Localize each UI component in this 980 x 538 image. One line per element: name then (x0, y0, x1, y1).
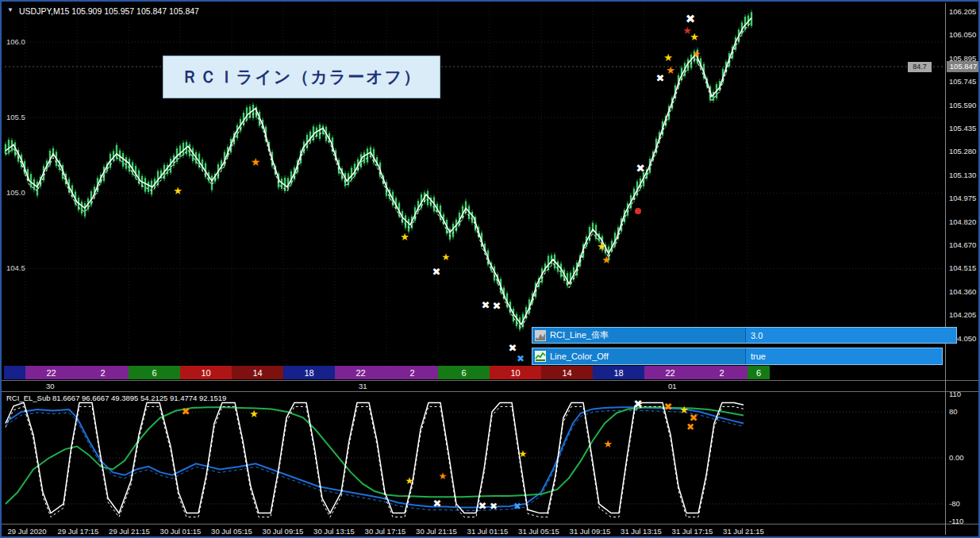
time-axis-label: 31 Jul 01:15 (467, 527, 509, 536)
session-segment: 18 (283, 366, 335, 379)
session-segment: 2 (386, 366, 438, 379)
marker-x-icon: ✖ (509, 342, 517, 354)
time-axis-label: 29 Jul 17:15 (58, 527, 99, 536)
date-sub-separator (2, 391, 978, 392)
time-axis-label: 31 Jul 05:15 (518, 527, 559, 536)
marker-star-icon: ★ (249, 408, 259, 420)
time-axis-label: 29 Jul 21:15 (109, 527, 150, 536)
marker-x-icon: ✖ (656, 72, 665, 84)
param-label: RCI_Line_倍率 (550, 329, 609, 341)
marker-star-icon: ★ (597, 240, 606, 252)
price-axis-label: 104.820 (949, 217, 976, 226)
time-axis-label: 29 Jul 2020 (7, 527, 46, 536)
session-segment: 14 (232, 366, 283, 379)
time-axis-label: 30 Jul 01:15 (160, 527, 202, 536)
session-segment: 2 (696, 366, 747, 379)
price-axis-label: 105.435 (949, 124, 976, 133)
price-axis-label: 104.515 (949, 263, 976, 272)
marker-x-icon: ✖ (482, 299, 490, 311)
session-segment: 22 (335, 366, 386, 379)
time-axis-label: 30 Jul 13:15 (313, 527, 355, 536)
inchart-price-label: 105.5 (6, 113, 25, 121)
marker-x-icon: ✖ (686, 12, 696, 26)
marker-star-icon: ★ (439, 471, 448, 482)
marker-x-icon: ✖ (517, 353, 525, 364)
session-bar: 222610141822261014182226 (4, 366, 770, 379)
chart-title: USDJPY,M15 105.909 105.957 105.847 105.8… (19, 6, 199, 16)
time-axis-label: 31 Jul 21:15 (723, 527, 764, 536)
session-segment: 6 (747, 366, 770, 379)
time-axis-label: 31 Jul 09:15 (570, 527, 611, 536)
inchart-price-label: 104.5 (6, 263, 25, 272)
price-axis-label: 105.745 (949, 77, 976, 86)
price-axis-label: 106.205 (949, 7, 976, 16)
marker-x-icon: ✖ (664, 401, 673, 413)
price-axis-label: 104.205 (949, 310, 976, 319)
main-sub-separator[interactable] (2, 380, 978, 381)
time-axis-label: 31 Jul 17:15 (672, 527, 713, 536)
time-axis-label: 30 Jul 05:15 (211, 527, 252, 536)
session-segment: 22 (644, 366, 696, 379)
marker-x-icon: ✖ (513, 501, 521, 512)
overlay-label-text: ＲＣＩライン（カラーオフ） (182, 66, 421, 88)
indicator-green-chart-icon (535, 351, 546, 362)
price-axis-label: 104.975 (949, 194, 976, 202)
marker-star-icon: ★ (400, 231, 409, 243)
time-axis-label: 30 Jul 09:15 (263, 527, 304, 536)
current-price-box: 105.847 (947, 61, 980, 72)
marker-star-icon: ★ (666, 64, 675, 76)
sub-time-separator (2, 524, 978, 525)
marker-star-icon: ★ (251, 156, 261, 168)
session-segment: 6 (438, 366, 490, 379)
price-axis-label: 104.670 (949, 240, 976, 249)
param-row-rci-line-multiplier[interactable]: RCI_Line_倍率 3.0 (532, 327, 957, 344)
marker-x-icon: ✖ (686, 421, 694, 432)
marker-x-icon: ✖ (478, 500, 487, 512)
date-axis-label: 30 (46, 382, 55, 390)
sub-chart-canvas[interactable]: ✖★★★✖✖★✖✖★✖✖★✖✖ (3, 392, 945, 524)
marker-star-icon: ★ (442, 252, 451, 263)
time-axis-label: 31 Jul 13:15 (621, 527, 662, 536)
main-chart-canvas[interactable]: ★★★★✖✖✖✖✖★★✖✖★★★★✖★ (3, 3, 945, 380)
marker-x-icon: ✖ (633, 398, 643, 410)
sub-axis-label: -80 (949, 499, 960, 508)
session-segment (4, 366, 25, 379)
price-axis-label: 105.280 (949, 147, 976, 156)
marker-star-icon: ★ (693, 48, 701, 60)
inchart-price-label: 106.0 (6, 37, 25, 46)
inchart-price-label: 105.0 (6, 188, 25, 197)
session-segment: 10 (180, 366, 232, 379)
session-segment: 14 (541, 366, 593, 379)
mt4-chart-window: ★★★★✖✖✖✖✖★★✖✖★★★★✖★ ✖★★★✖✖★✖✖★✖✖★✖✖ ▼ US… (0, 0, 980, 538)
chart-marker-icon: ▼ (7, 6, 13, 13)
date-axis-label: 31 (359, 382, 367, 390)
price-axis-label: 104.360 (949, 287, 976, 296)
marker-star-icon: ★ (663, 52, 673, 63)
marker-star-icon: ★ (519, 448, 528, 459)
price-axis-label: 105.590 (949, 101, 976, 110)
param-value: 3.0 (745, 328, 956, 343)
price-axis-label: 106.050 (949, 30, 976, 39)
marker-star-icon: ★ (173, 185, 183, 197)
marker-x-icon: ✖ (493, 300, 502, 312)
marker-x-icon: ✖ (432, 266, 441, 278)
session-segment: 22 (25, 366, 77, 379)
marker-star-icon: ★ (603, 438, 613, 450)
axis-separator (945, 3, 946, 535)
marker-star-icon: ★ (679, 404, 689, 416)
indicator-gray-chart-icon (535, 330, 546, 341)
marker-x-icon: ✖ (182, 405, 190, 417)
marker-x-icon: ✖ (433, 498, 442, 509)
chart-value-box: 84.7 (908, 62, 932, 72)
time-axis-label: 30 Jul 17:15 (365, 527, 406, 536)
overlay-label-box: ＲＣＩライン（カラーオフ） (163, 56, 440, 98)
param-row-line-color-off[interactable]: Line_Color_Off true (532, 348, 943, 365)
marker-star-icon: ★ (601, 254, 611, 266)
sub-axis-label: 80 (949, 407, 958, 416)
price-axis-label: 105.130 (949, 171, 976, 179)
time-axis-label: 30 Jul 21:15 (416, 527, 457, 536)
session-segment: 10 (490, 366, 541, 379)
session-segment: 6 (129, 366, 180, 379)
marker-x-icon: ✖ (636, 162, 645, 175)
marker-star-icon: ★ (405, 475, 414, 486)
